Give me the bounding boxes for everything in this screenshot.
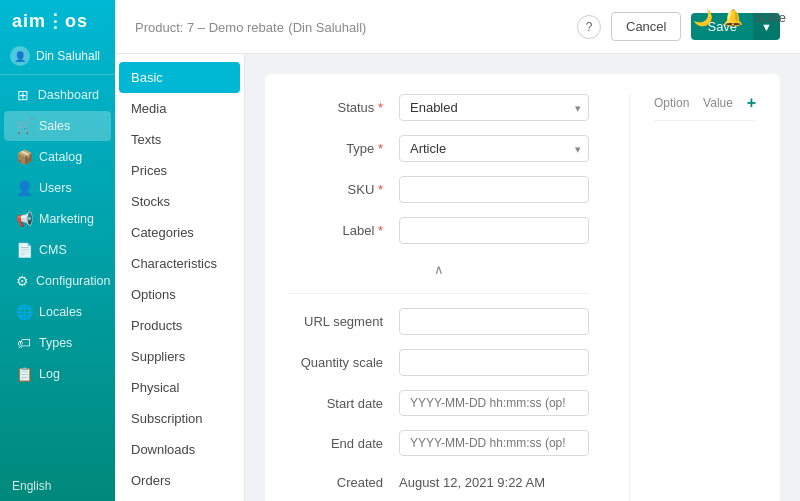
- nav-item-options[interactable]: Options: [115, 279, 244, 310]
- form-divider: [289, 293, 589, 294]
- quantity-scale-input[interactable]: 1: [399, 349, 589, 376]
- sidebar-item-marketing[interactable]: 📢 Marketing: [4, 204, 111, 234]
- sidebar-item-configuration[interactable]: ⚙ Configuration: [4, 266, 111, 296]
- left-nav: Basic Media Texts Prices Stocks Categori…: [115, 54, 245, 501]
- chevron-up-icon: ∧: [434, 262, 444, 277]
- created-value: August 12, 2021 9:22 AM: [399, 470, 589, 495]
- help-button[interactable]: ?: [577, 15, 601, 39]
- start-date-label: Start date: [289, 396, 399, 411]
- main-area: 🌙 🔔 SoNe Product: 7 – Demo rebate (Din S…: [115, 0, 800, 501]
- content-area: Basic Media Texts Prices Stocks Categori…: [115, 54, 800, 501]
- end-date-input[interactable]: [399, 430, 589, 456]
- sku-input[interactable]: demo-rebate: [399, 176, 589, 203]
- nav-item-subscription[interactable]: Subscription: [115, 403, 244, 434]
- cancel-button[interactable]: Cancel: [611, 12, 681, 41]
- nav-item-characteristics[interactable]: Characteristics: [115, 248, 244, 279]
- sidebar-item-configuration-label: Configuration: [36, 274, 110, 288]
- sidebar-item-dashboard-label: Dashboard: [38, 88, 99, 102]
- sidebar-item-types[interactable]: 🏷 Types: [4, 328, 111, 358]
- label-field-label: Label: [289, 223, 399, 238]
- sidebar: aim⋮os 👤 Din Saluhall ⊞ Dashboard 🛒 Sale…: [0, 0, 115, 501]
- nav-item-stocks[interactable]: Stocks: [115, 186, 244, 217]
- types-icon: 🏷: [16, 335, 32, 351]
- form-left: Status Enabled Disabled ▾ Type: [289, 94, 589, 501]
- sidebar-item-sales[interactable]: 🛒 Sales: [4, 111, 111, 141]
- type-label: Type: [289, 141, 399, 156]
- user-avatar-icon: 👤: [10, 46, 30, 66]
- status-select[interactable]: Enabled Disabled: [399, 94, 589, 121]
- topbar-user: SoNe: [753, 10, 786, 25]
- nav-item-physical[interactable]: Physical: [115, 372, 244, 403]
- app-logo: aim⋮os: [0, 0, 115, 40]
- options-header: Option Value +: [654, 94, 756, 121]
- type-row: Type Article Bundle Select Configurable …: [289, 135, 589, 162]
- nav-item-basic[interactable]: Basic: [119, 62, 240, 93]
- url-segment-row: URL segment Demo-rebate: [289, 308, 589, 335]
- sku-row: SKU demo-rebate: [289, 176, 589, 203]
- sidebar-username: Din Saluhall: [36, 49, 100, 63]
- nav-item-suppliers[interactable]: Suppliers: [115, 341, 244, 372]
- sidebar-item-catalog[interactable]: 📦 Catalog: [4, 142, 111, 172]
- sidebar-item-dashboard[interactable]: ⊞ Dashboard: [4, 80, 111, 110]
- sales-icon: 🛒: [16, 118, 32, 134]
- cms-icon: 📄: [16, 242, 32, 258]
- language-label: English: [12, 479, 51, 493]
- sidebar-item-cms-label: CMS: [39, 243, 67, 257]
- url-segment-input[interactable]: Demo-rebate: [399, 308, 589, 335]
- start-date-row: Start date: [289, 390, 589, 416]
- sidebar-item-catalog-label: Catalog: [39, 150, 82, 164]
- options-panel: Option Value +: [629, 94, 756, 501]
- log-icon: 📋: [16, 366, 32, 382]
- dashboard-icon: ⊞: [16, 87, 31, 103]
- catalog-icon: 📦: [16, 149, 32, 165]
- sidebar-user[interactable]: 👤 Din Saluhall: [0, 40, 115, 75]
- created-label: Created: [289, 475, 399, 490]
- quantity-scale-label: Quantity scale: [289, 355, 399, 370]
- marketing-icon: 📢: [16, 211, 32, 227]
- option-col-header: Option: [654, 96, 689, 110]
- nav-item-sites[interactable]: Sites: [115, 496, 244, 501]
- status-select-wrapper: Enabled Disabled ▾: [399, 94, 589, 121]
- sidebar-item-users[interactable]: 👤 Users: [4, 173, 111, 203]
- sidebar-item-locales[interactable]: 🌐 Locales: [4, 297, 111, 327]
- page-title: Product: 7 – Demo rebate (Din Saluhall): [135, 18, 567, 36]
- locales-icon: 🌐: [16, 304, 32, 320]
- sidebar-item-log-label: Log: [39, 367, 60, 381]
- nav-item-orders[interactable]: Orders: [115, 465, 244, 496]
- form-card: Status Enabled Disabled ▾ Type: [265, 74, 780, 501]
- nav-item-prices[interactable]: Prices: [115, 155, 244, 186]
- add-option-button[interactable]: +: [747, 94, 756, 112]
- value-col-header: Value: [703, 96, 733, 110]
- type-select-wrapper: Article Bundle Select Configurable ▾: [399, 135, 589, 162]
- end-date-label: End date: [289, 436, 399, 451]
- sidebar-item-locales-label: Locales: [39, 305, 82, 319]
- url-segment-label: URL segment: [289, 314, 399, 329]
- sidebar-item-users-label: Users: [39, 181, 72, 195]
- configuration-icon: ⚙: [16, 273, 29, 289]
- sidebar-item-log[interactable]: 📋 Log: [4, 359, 111, 389]
- created-row: Created August 12, 2021 9:22 AM: [289, 470, 589, 495]
- status-label: Status: [289, 100, 399, 115]
- sidebar-item-marketing-label: Marketing: [39, 212, 94, 226]
- nav-item-downloads[interactable]: Downloads: [115, 434, 244, 465]
- users-icon: 👤: [16, 180, 32, 196]
- end-date-row: End date: [289, 430, 589, 456]
- form-area: Status Enabled Disabled ▾ Type: [245, 54, 800, 501]
- collapse-button[interactable]: ∧: [289, 258, 589, 285]
- label-input[interactable]: Demo rebate: [399, 217, 589, 244]
- type-select[interactable]: Article Bundle Select Configurable: [399, 135, 589, 162]
- sidebar-item-types-label: Types: [39, 336, 72, 350]
- theme-toggle-icon[interactable]: 🌙: [693, 8, 713, 27]
- sidebar-item-cms[interactable]: 📄 CMS: [4, 235, 111, 265]
- topbar: 🌙 🔔 SoNe: [679, 0, 800, 35]
- quantity-scale-row: Quantity scale 1: [289, 349, 589, 376]
- nav-item-texts[interactable]: Texts: [115, 124, 244, 155]
- nav-item-categories[interactable]: Categories: [115, 217, 244, 248]
- start-date-input[interactable]: [399, 390, 589, 416]
- nav-item-products[interactable]: Products: [115, 310, 244, 341]
- label-row: Label Demo rebate: [289, 217, 589, 244]
- notifications-icon[interactable]: 🔔: [723, 8, 743, 27]
- status-row: Status Enabled Disabled ▾: [289, 94, 589, 121]
- nav-item-media[interactable]: Media: [115, 93, 244, 124]
- sidebar-bottom[interactable]: English: [0, 471, 115, 501]
